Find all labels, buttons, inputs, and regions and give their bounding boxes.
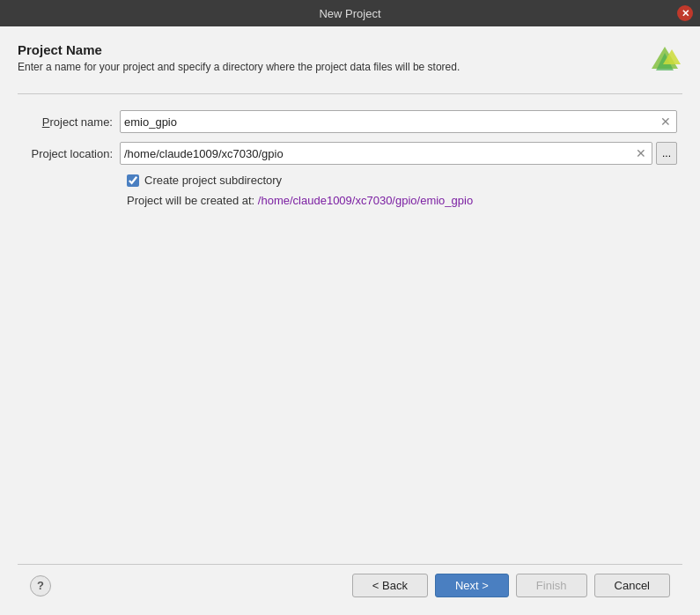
finish-button[interactable]: Finish bbox=[516, 574, 587, 597]
project-name-input[interactable] bbox=[124, 111, 659, 132]
project-name-label: Project name: bbox=[23, 115, 120, 129]
bottom-bar: ? < Back Next > Finish Cancel bbox=[18, 564, 682, 606]
project-path-info: Project will be created at: /home/claude… bbox=[127, 194, 677, 207]
create-subdirectory-row: Create project subdirectory bbox=[127, 174, 677, 187]
page-description: Enter a name for your project and specif… bbox=[18, 61, 460, 73]
app-logo bbox=[647, 42, 682, 78]
create-subdirectory-checkbox[interactable] bbox=[127, 174, 139, 187]
project-name-input-wrapper: ✕ bbox=[120, 110, 677, 133]
header-text: Project Name Enter a name for your proje… bbox=[18, 42, 460, 73]
project-location-clear-button[interactable]: ✕ bbox=[634, 146, 648, 160]
header-section: Project Name Enter a name for your proje… bbox=[18, 42, 682, 78]
title-bar: New Project ✕ bbox=[0, 0, 700, 26]
cancel-button[interactable]: Cancel bbox=[594, 574, 670, 597]
back-button[interactable]: < Back bbox=[352, 574, 428, 597]
project-name-clear-button[interactable]: ✕ bbox=[659, 115, 673, 129]
bottom-left: ? bbox=[30, 575, 51, 596]
browse-button[interactable]: ... bbox=[656, 142, 677, 165]
dialog-title: New Project bbox=[319, 7, 380, 20]
project-path-prefix: Project will be created at: bbox=[127, 194, 258, 207]
project-location-row: Project location: ✕ ... bbox=[23, 142, 677, 165]
project-path-value: /home/claude1009/xc7030/gpio/emio_gpio bbox=[258, 194, 473, 207]
close-icon: ✕ bbox=[682, 8, 689, 19]
help-button[interactable]: ? bbox=[30, 575, 51, 596]
content-spacer bbox=[18, 207, 682, 564]
project-location-input-wrapper: ✕ bbox=[120, 142, 652, 165]
project-location-label: Project location: bbox=[23, 147, 120, 160]
dialog-body: Project Name Enter a name for your proje… bbox=[0, 26, 700, 615]
project-location-input[interactable] bbox=[124, 143, 634, 164]
create-subdirectory-label: Create project subdirectory bbox=[144, 174, 282, 187]
close-button[interactable]: ✕ bbox=[677, 5, 693, 21]
page-title: Project Name bbox=[18, 42, 460, 57]
section-divider bbox=[18, 93, 682, 94]
bottom-right: < Back Next > Finish Cancel bbox=[352, 574, 670, 597]
next-button[interactable]: Next > bbox=[435, 574, 509, 597]
form-section: Project name: ✕ Project location: ✕ ... … bbox=[18, 110, 682, 207]
project-name-row: Project name: ✕ bbox=[23, 110, 677, 133]
